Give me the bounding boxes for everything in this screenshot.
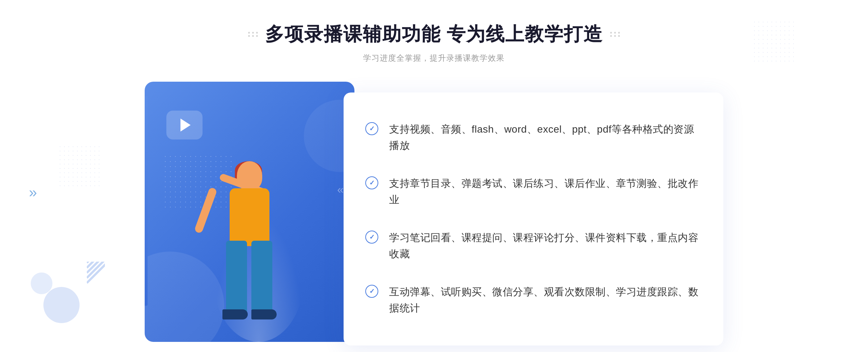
- feature-text-3: 学习笔记回看、课程提问、课程评论打分、课件资料下载，重点内容收藏: [389, 230, 702, 262]
- header: 多项录播课辅助功能 专为线上教学打造 学习进度全掌握，提升录播课教学效果: [248, 22, 620, 64]
- feature-item-2: ✓ 支持章节目录、弹题考试、课后练习、课后作业、章节测验、批改作业: [365, 172, 702, 212]
- header-title-row: 多项录播课辅助功能 专为线上教学打造: [248, 22, 620, 47]
- main-content: « ✓ 支持视频: [145, 74, 723, 345]
- person-pants-left: [226, 241, 247, 313]
- deco-stripes: [87, 262, 105, 298]
- header-dots-left: [248, 32, 258, 37]
- deco-circle-1: [43, 287, 80, 323]
- feature-text-4: 互动弹幕、试听购买、微信分享、观看次数限制、学习进度跟踪、数据统计: [389, 284, 702, 317]
- deco-circle-2: [31, 272, 52, 294]
- person-torso: [230, 188, 269, 246]
- check-mark-2: ✓: [369, 179, 375, 187]
- content-panel: ✓ 支持视频、音频、flash、word、excel、ppt、pdf等各种格式的…: [344, 93, 723, 345]
- illustration-panel: «: [145, 82, 354, 342]
- dot-pattern-right: [752, 20, 796, 63]
- check-mark-4: ✓: [369, 287, 375, 295]
- header-dots-right: [610, 32, 620, 37]
- feature-item-3: ✓ 学习笔记回看、课程提问、课程评论打分、课件资料下载，重点内容收藏: [365, 226, 702, 266]
- panel-chevrons: «: [337, 183, 344, 196]
- person-shoe-left: [222, 309, 248, 319]
- check-icon-4: ✓: [365, 285, 378, 298]
- person-figure: [192, 132, 307, 342]
- feature-text-1: 支持视频、音频、flash、word、excel、ppt、pdf等各种格式的资源…: [389, 121, 702, 154]
- page-title: 多项录播课辅助功能 专为线上教学打造: [265, 22, 603, 47]
- person-arm-left: [194, 187, 217, 234]
- page-wrapper: » 多项录播课辅助功能 专为线上教学打造: [0, 0, 868, 352]
- play-icon: [180, 119, 191, 132]
- panel-accent: [145, 96, 148, 306]
- person-shoe-right: [251, 309, 277, 319]
- feature-item-1: ✓ 支持视频、音频、flash、word、excel、ppt、pdf等各种格式的…: [365, 118, 702, 158]
- check-mark-3: ✓: [369, 233, 375, 241]
- chevron-left-deco: »: [29, 184, 37, 201]
- feature-item-4: ✓ 互动弹幕、试听购买、微信分享、观看次数限制、学习进度跟踪、数据统计: [365, 280, 702, 320]
- feature-text-2: 支持章节目录、弹题考试、课后练习、课后作业、章节测验、批改作业: [389, 176, 702, 208]
- check-icon-1: ✓: [365, 122, 378, 135]
- person-pants-right: [251, 241, 272, 313]
- check-icon-3: ✓: [365, 231, 378, 244]
- page-subtitle: 学习进度全掌握，提升录播课教学效果: [248, 53, 620, 64]
- dot-pattern-left: [58, 145, 101, 188]
- check-icon-2: ✓: [365, 176, 378, 189]
- check-mark-1: ✓: [369, 125, 375, 133]
